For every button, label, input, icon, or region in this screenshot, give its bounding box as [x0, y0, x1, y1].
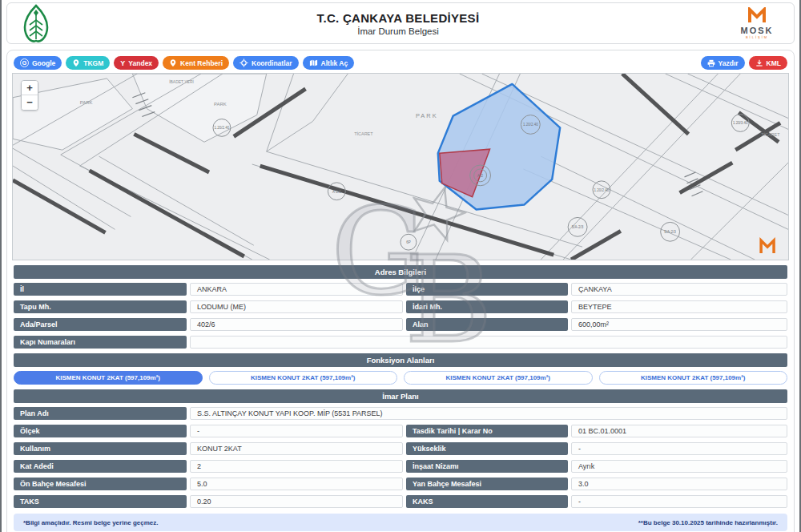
function-area-button[interactable]: KISMEN KONUT 2KAT (597,109m²) [209, 371, 398, 385]
mosk-m-icon [747, 7, 767, 23]
zone-label: 5/A-2/3 [572, 225, 584, 229]
page-subtitle: İmar Durum Belgesi [63, 26, 733, 36]
zone-label: 1.20/2.40 [215, 126, 230, 130]
mosk-logo-text: MOSK [733, 26, 781, 35]
map-label-ticaret: TİCARET [354, 131, 373, 136]
map-label-ticaret: TİCARET [761, 132, 780, 137]
field-label: Tapu Mh. [14, 300, 187, 313]
field-label: Ölçek [14, 425, 187, 437]
button-label: TKGM [83, 59, 103, 67]
field-value: 600,00m² [571, 318, 787, 331]
button-label: Yandex [128, 59, 152, 67]
field-label: İl [14, 283, 187, 296]
field-value: 5.0 [190, 478, 403, 490]
field-label: İnşaat Nizamı [406, 460, 568, 473]
toolbar-left: G Google TKGM Y Yandex Ken [14, 56, 354, 70]
field-label: KAKS [406, 495, 568, 508]
button-label: KML [767, 59, 781, 67]
field-value: BEYTEPE [571, 300, 787, 313]
zone-label: A-2/3 [332, 190, 341, 194]
field-label: Ada/Parsel [14, 318, 187, 331]
mosk-logo-subtext: BİLİŞİM [733, 36, 781, 39]
field-label: Plan Adı [14, 407, 187, 420]
field-value: S.S. ALTINÇAY KONUT YAPI KOOP. MİP (5531… [190, 407, 787, 420]
field-value: Ayrık [571, 460, 787, 473]
google-button[interactable]: G Google [14, 56, 62, 70]
field-label: İlçe [406, 283, 568, 296]
address-table: İl ANKARA İlçe ÇANKAYA Tapu Mh. LODUMU (… [14, 283, 787, 349]
cadastral-map[interactable]: 1.20/2.40 A-2/3 6P 1.20/2.40 1.20/2.40 5… [12, 73, 789, 260]
printer-icon [707, 59, 715, 67]
tkgm-button[interactable]: TKGM [66, 56, 110, 70]
field-value: LODUMU (ME) [190, 300, 403, 313]
altlik-ac-button[interactable]: Altlık Aç [303, 56, 355, 70]
field-label: Yan Bahçe Mesafesi [406, 478, 568, 490]
koordinatlar-button[interactable]: Koordinatlar [233, 56, 299, 70]
field-value: - [571, 442, 787, 455]
page-title: T.C. ÇANKAYA BELEDİYESİ [63, 11, 733, 25]
yandex-button[interactable]: Y Yandex [114, 56, 159, 70]
field-label: Kapı Numaraları [14, 336, 187, 349]
field-value: 3.0 [571, 478, 787, 490]
zoom-out-button[interactable]: − [22, 95, 38, 110]
generated-date-text: **Bu belge 30.10.2025 tarihinde hazırlan… [638, 519, 778, 526]
field-value: - [190, 425, 403, 437]
map-label-ibadet-yeri: İBADET YERİ [169, 79, 194, 84]
section-header-imar: İmar Planı [14, 389, 787, 403]
field-label: TAKS [14, 495, 187, 508]
function-area-button-selected[interactable]: KISMEN KONUT 2KAT (597,109m²) [14, 371, 203, 385]
field-value: 2 [190, 460, 403, 473]
function-area-buttons: KISMEN KONUT 2KAT (597,109m²) KISMEN KON… [14, 371, 787, 385]
zoom-in-button[interactable]: + [22, 81, 38, 95]
field-label: Yükseklik [406, 442, 568, 455]
field-value [190, 336, 787, 349]
field-label: Kullanım [14, 442, 187, 455]
zone-label: 1.20/2.40 [594, 188, 610, 192]
print-button[interactable]: Yazdır [701, 56, 745, 70]
footer-note: *Bilgi amaçlıdır. Resmî belge yerine geç… [14, 514, 787, 531]
coordinates-icon [239, 58, 248, 67]
zone-label: 6P [406, 240, 410, 244]
zone-label: A-2 [477, 174, 483, 178]
yandex-icon: Y [120, 59, 125, 67]
cankaya-municipality-logo [20, 4, 63, 42]
map-pin-icon [169, 58, 177, 67]
leaf-icon [20, 4, 52, 42]
map-zoom-control: + − [21, 80, 38, 111]
header-titles: T.C. ÇANKAYA BELEDİYESİ İmar Durum Belge… [63, 11, 733, 36]
map-label-park: PARK [416, 112, 438, 119]
toolbar-right: Yazdır KML [701, 56, 787, 70]
zone-label: 1.20/2.40 [523, 123, 538, 127]
field-label: Alan [406, 318, 568, 331]
field-label: Kat Adedi [14, 460, 187, 473]
header-bar: T.C. ÇANKAYA BELEDİYESİ İmar Durum Belge… [6, 2, 795, 44]
imar-durum-page: T.C. ÇANKAYA BELEDİYESİ İmar Durum Belge… [0, 0, 801, 532]
field-value: 0.20 [190, 495, 403, 508]
document-card: G Google TKGM Y Yandex Ken [6, 50, 795, 532]
map-canvas: 1.20/2.40 A-2/3 6P 1.20/2.40 1.20/2.40 5… [13, 74, 788, 260]
imar-table: Plan Adı S.S. ALTINÇAY KONUT YAPI KOOP. … [14, 407, 787, 508]
button-label: Koordinatlar [252, 59, 292, 67]
field-label: İdari Mh. [406, 300, 568, 313]
function-area-button[interactable]: KISMEN KONUT 2KAT (597,109m²) [404, 371, 593, 385]
download-icon [755, 59, 763, 67]
layers-icon [309, 58, 318, 67]
field-value: ÇANKAYA [571, 283, 787, 296]
field-label: Tasdik Tarihi | Karar No [406, 425, 568, 437]
button-label: Google [32, 59, 55, 67]
field-label: Ön Bahçe Mesafesi [14, 478, 187, 490]
kml-download-button[interactable]: KML [749, 56, 787, 70]
kent-rehberi-button[interactable]: Kent Rehberi [163, 56, 229, 70]
function-area-button[interactable]: KISMEN KONUT 2KAT (597,109m²) [599, 371, 788, 385]
toolbar: G Google TKGM Y Yandex Ken [7, 50, 794, 70]
field-value: KONUT 2KAT [190, 442, 403, 455]
zone-label: 1.20/3.40 [733, 121, 748, 125]
button-label: Kent Rehberi [180, 59, 223, 67]
button-label: Yazdır [718, 59, 739, 67]
mosk-logo: MOSK BİLİŞİM [733, 7, 781, 39]
section-header-functions: Fonksiyon Alanları [14, 353, 787, 367]
field-value: ANKARA [190, 283, 403, 296]
map-pin-icon [72, 58, 80, 67]
section-header-address: Adres Bilgileri [14, 265, 787, 279]
zone-label: 5/A-2/3 [664, 230, 676, 234]
